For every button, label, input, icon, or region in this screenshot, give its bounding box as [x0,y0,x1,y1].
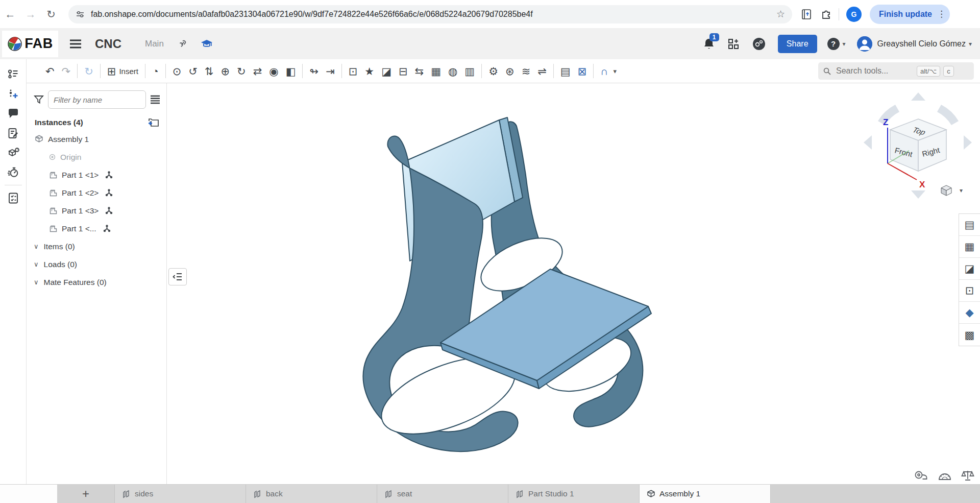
user-avatar[interactable] [857,36,872,52]
follow-mode-icon[interactable] [4,85,22,104]
browser-reload-button[interactable]: ↻ [41,8,61,20]
new-folder-icon[interactable] [148,118,159,127]
rotate-part-button[interactable]: ↻ [233,62,250,80]
section-mate-features[interactable]: ∨ Mate Features (0) [27,273,166,291]
help-caret-icon[interactable]: ▾ [843,40,846,47]
tab-sides[interactable]: sides [115,485,246,503]
snap-mode-button[interactable]: ⇄ [250,62,266,80]
select-part-button[interactable]: ◪ [378,62,395,80]
hamburger-menu-icon[interactable] [69,39,82,49]
exploded-view-button[interactable]: ▥ [461,62,478,80]
toolbar-divider[interactable] [77,64,78,78]
share-button[interactable]: Share [778,35,817,53]
center-mate-button[interactable]: ◉ [265,62,282,80]
bom-table-panel-button[interactable]: ▦ [959,236,980,258]
belt-relation-button[interactable]: ⇌ [534,62,550,80]
settings-gears-icon[interactable] [752,37,766,51]
mirror-button[interactable]: ◧ [282,62,300,80]
browser-menu-icon[interactable]: ⋮ [937,9,946,19]
toolbar-divider[interactable] [481,64,482,78]
undo-button[interactable]: ↶ [42,62,58,80]
toolbar-divider[interactable] [145,64,145,78]
mate-button[interactable]: ⊙ [169,62,185,80]
feature-list-panel-button[interactable]: ▤ [959,214,980,236]
filter-by-name-input[interactable] [48,90,146,109]
update-linked-button[interactable]: ↻ [81,62,97,80]
pattern-feature-button[interactable]: ★ [361,62,378,80]
tree-item-part-1-2[interactable]: Part 1 <2> [27,184,166,202]
user-name[interactable]: Greayshell Cielo Gómez [877,39,966,49]
panel-collapse-handle[interactable] [168,268,187,285]
list-view-icon[interactable] [150,95,160,104]
tools-caret[interactable]: ▾ [611,62,618,80]
toolbar-divider[interactable] [165,64,166,78]
search-tools-input[interactable] [835,66,914,76]
section-loads[interactable]: ∨ Loads (0) [27,255,166,273]
tab-seat[interactable]: seat [377,485,508,503]
user-menu-caret-icon[interactable]: ▾ [969,40,972,47]
derive-button[interactable]: ⇆ [411,62,428,80]
gear-relation-button[interactable]: ⚙ [485,62,502,80]
move-part-button[interactable]: ⊕ [217,62,233,80]
site-settings-icon[interactable] [76,10,85,19]
custom-table-panel-button[interactable]: ▩ [959,324,980,346]
url-text[interactable]: fab.onshape.com/documents/a0afafb0a23130… [91,10,776,19]
snap-tool-button[interactable]: ∩ [597,62,611,80]
finish-update-button[interactable]: Finish update ⋮ [870,5,950,24]
toolbar-divider[interactable] [302,64,303,78]
tab-back[interactable]: back [246,485,377,503]
hide-bom-button[interactable]: ▤ [557,62,574,80]
section-view-panel-button[interactable]: ⊡ [959,280,980,302]
configuration-panel-button[interactable]: ◪ [959,258,980,280]
side-panel-extension-icon[interactable] [801,9,812,20]
section-items[interactable]: ∨ Items (0) [27,237,166,255]
toolbar-divider[interactable] [553,64,554,78]
measure-tape-icon[interactable] [914,469,929,482]
tree-item-part-1-3[interactable]: Part 1 <3> [27,202,166,220]
revolute-mate-button[interactable]: ↺ [185,62,201,80]
insert-part-button[interactable]: ⊟ [395,62,411,80]
filter-funnel-icon[interactable] [34,94,44,105]
tree-item-assembly-1[interactable]: Assembly 1 [27,130,166,148]
address-bar[interactable]: fab.onshape.com/documents/a0afafb0a23130… [68,5,792,23]
four-view-button[interactable]: ▦ [427,62,445,80]
tab-part-studio-1[interactable]: Part Studio 1 [508,485,640,503]
versions-history-icon[interactable] [4,65,22,85]
translate-button[interactable]: ⇅ [201,62,217,80]
tree-item-part-1-1[interactable]: Part 1 <1> [27,166,166,184]
document-title[interactable]: CNC [95,37,121,51]
search-tools-field[interactable]: alt/⌥ c [818,62,974,80]
chair-model[interactable] [357,114,664,466]
appearance-button[interactable]: ◍ [445,62,461,80]
share-link-icon[interactable] [177,39,187,49]
fab-logo[interactable]: FAB [2,31,58,57]
linear-pattern-button[interactable]: ⇥ [322,62,338,80]
named-positions-button[interactable]: ⊠ [574,62,591,80]
tree-item-part-1-4[interactable]: Part 1 <... [27,220,166,237]
rack-relation-button[interactable]: ⊛ [502,62,518,80]
branch-label[interactable]: Main [145,39,164,49]
comments-icon[interactable] [4,104,22,124]
learning-help-icon[interactable]: ? [4,143,22,162]
mass-properties-icon[interactable] [961,469,975,482]
learning-center-icon[interactable] [201,39,213,49]
tasks-checklist-icon[interactable] [4,188,22,208]
follow-path-button[interactable]: ↬ [306,62,322,80]
extensions-icon[interactable] [821,9,831,19]
add-tab-button[interactable]: + [57,485,115,503]
appearance-panel-button[interactable]: ◆ [959,302,980,324]
browser-profile-avatar[interactable]: G [846,7,862,22]
tab-assembly-1[interactable]: Assembly 1 [640,485,771,503]
browser-back-button[interactable]: ← [0,8,20,20]
bookmark-star-icon[interactable]: ☆ [776,8,785,20]
view-options-control[interactable]: ▾ [940,184,963,197]
insert-button[interactable]: ⊞ Insert [104,62,142,80]
protractor-icon[interactable] [937,469,952,482]
animate-button[interactable]: ◔ [149,62,162,80]
browser-forward-button[interactable]: → [20,8,41,20]
viewport-3d[interactable]: Top Front Right Z X ▾ ▤ ▦ ◪ ⊡ ◆ [167,83,980,485]
notes-icon[interactable] [4,124,22,143]
notifications-bell-icon[interactable]: 1 [703,38,715,50]
spring-button[interactable]: ≋ [518,62,534,80]
redo-button[interactable]: ↷ [58,62,75,80]
